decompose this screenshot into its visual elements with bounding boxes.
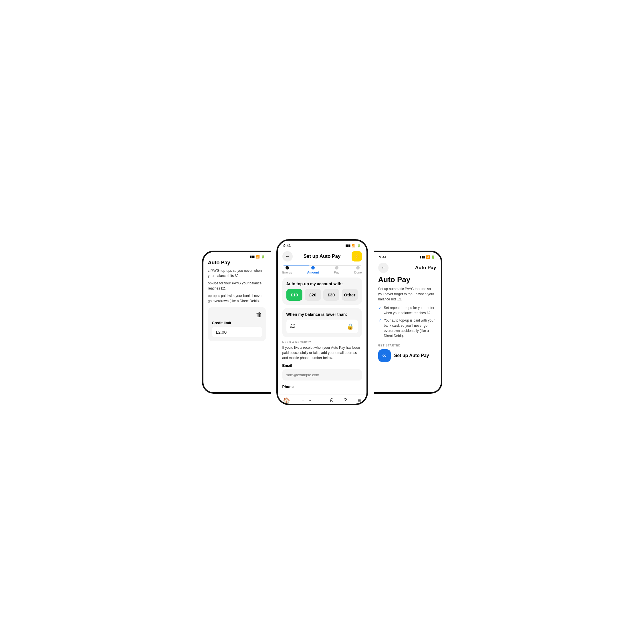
left-desc2: op-ups for your PAYG your balance reache… xyxy=(208,281,266,291)
amount-section-title: Auto top-up my account with: xyxy=(286,282,358,286)
step-done-label: Done xyxy=(354,271,362,274)
right-status-icons: ▮▮▮ 📶 🔋 xyxy=(420,255,435,259)
amount-btn-30[interactable]: £30 xyxy=(323,289,340,301)
center-nav-home-icon[interactable]: 🏠 xyxy=(283,397,290,404)
back-button[interactable]: ← xyxy=(282,251,293,261)
lightning-icon: ⚡ xyxy=(354,253,360,259)
check-text-2: Your auto top-up is paid with your bank … xyxy=(384,318,436,338)
checkmark-icon-1: ✓ xyxy=(378,306,382,310)
phone-field-container: Phone xyxy=(282,385,362,389)
get-started-label: GET STARTED xyxy=(378,341,436,347)
center-signal-icon: ▮▮▮ xyxy=(345,244,350,247)
wifi-icon: 📶 xyxy=(256,255,260,259)
step-amount-label: Amount xyxy=(307,271,319,274)
right-battery-icon: 🔋 xyxy=(431,255,435,259)
center-main-area: Auto top-up my account with: £10 £20 £30… xyxy=(278,275,366,395)
center-header: ← Set up Auto Pay ⚡ xyxy=(278,249,366,264)
left-status-icons: ▮▮▮ 📶 🔋 xyxy=(249,255,265,259)
left-desc3: op-up is paid with your bank ll never go… xyxy=(208,293,266,304)
step-energy-dot xyxy=(286,266,289,270)
balance-input-row: £2 🔒 xyxy=(286,320,358,333)
center-nav-pound-icon[interactable]: £ xyxy=(330,397,333,404)
step-energy: Energy xyxy=(282,266,292,274)
battery-icon: 🔋 xyxy=(261,255,265,259)
center-wifi-icon: 📶 xyxy=(352,244,356,247)
right-status-time: 9:41 xyxy=(379,255,387,259)
left-status-bar: ▮▮▮ 📶 🔋 xyxy=(203,252,271,260)
center-phone: 9:41 ▮▮▮ 📶 🔋 ← Set up Auto Pay ⚡ xyxy=(276,239,368,405)
credit-value: £2.00 xyxy=(212,327,262,337)
right-status-bar: 9:41 ▮▮▮ 📶 🔋 xyxy=(374,252,441,260)
step-energy-label: Energy xyxy=(282,271,292,274)
right-screen-content: Auto Pay Set up automatic PAYG top-ups s… xyxy=(374,275,441,394)
credit-section: 🗑 Credit limit £2.00 xyxy=(208,307,266,341)
balance-section-title: When my balance is lower than: xyxy=(286,312,358,317)
signal-icon: ▮▮▮ xyxy=(249,255,255,259)
center-battery-icon: 🔋 xyxy=(357,244,361,247)
left-phone: ▮▮▮ 📶 🔋 Auto Pay c PAYG top-ups so you n… xyxy=(202,251,271,394)
phone-label: Phone xyxy=(282,385,362,389)
email-input[interactable] xyxy=(282,369,362,381)
back-arrow-icon: ← xyxy=(285,254,290,259)
setup-btn-text: Set up Auto Pay xyxy=(394,353,429,358)
step-amount-dot xyxy=(311,266,315,270)
step-done-dot xyxy=(356,266,360,270)
center-header-title: Set up Auto Pay xyxy=(293,253,352,259)
step-amount: Amount xyxy=(307,266,319,274)
check-item-1: ✓ Set repeat top-ups for your meter when… xyxy=(378,305,436,316)
left-desc1: c PAYG top-ups so you never when your ba… xyxy=(208,268,266,278)
center-status-time: 9:41 xyxy=(284,243,291,248)
checkmark-icon-2: ✓ xyxy=(378,318,382,323)
amount-btn-20[interactable]: £20 xyxy=(305,289,321,301)
step-done: Done xyxy=(354,266,362,274)
receipt-label: NEED A RECEIPT? xyxy=(282,341,362,344)
center-bottom-nav: 🏠 ⚬—⚬—⚬ £ ? ≡ xyxy=(278,395,366,405)
lightning-button[interactable]: ⚡ xyxy=(352,251,362,261)
screens-container: ▮▮▮ 📶 🔋 Auto Pay c PAYG top-ups so you n… xyxy=(165,239,479,405)
credit-limit-label: Credit limit xyxy=(212,321,262,325)
right-wifi-icon: 📶 xyxy=(426,255,430,259)
check-text-1: Set repeat top-ups for your meter when y… xyxy=(384,305,436,316)
right-header: ← Auto Pay xyxy=(374,260,441,275)
center-status-bar: 9:41 ▮▮▮ 📶 🔋 xyxy=(278,241,366,249)
center-nav-activity-icon[interactable]: ⚬—⚬—⚬ xyxy=(301,398,319,403)
center-nav-menu-icon[interactable]: ≡ xyxy=(358,397,361,404)
check-item-2: ✓ Your auto top-up is paid with your ban… xyxy=(378,318,436,338)
amount-btn-other[interactable]: Other xyxy=(342,289,358,301)
balance-value: £2 xyxy=(290,324,296,329)
right-main-desc: Set up automatic PAYG top-ups so you nev… xyxy=(378,286,436,302)
email-label: Email xyxy=(282,363,362,368)
trash-icon[interactable]: 🗑 xyxy=(256,311,262,318)
left-title: Auto Pay xyxy=(208,260,266,266)
amount-options: £10 £20 £30 Other xyxy=(286,289,358,301)
receipt-section: NEED A RECEIPT? If you'd like a receipt … xyxy=(282,341,362,360)
balance-section: When my balance is lower than: £2 🔒 xyxy=(282,308,362,337)
center-status-icons: ▮▮▮ 📶 🔋 xyxy=(345,244,361,247)
email-field-container: Email xyxy=(282,363,362,383)
step-pay-label: Pay xyxy=(334,271,339,274)
progress-steps: Energy Amount Pay Done xyxy=(282,266,362,274)
right-signal-icon: ▮▮▮ xyxy=(420,255,425,259)
lock-icon: 🔒 xyxy=(347,323,354,330)
setup-autopay-button[interactable]: ∞ Set up Auto Pay xyxy=(378,349,436,362)
right-back-arrow-icon: ← xyxy=(381,265,386,270)
receipt-desc: If you'd like a receipt when your Auto P… xyxy=(282,345,362,360)
right-phone: 9:41 ▮▮▮ 📶 🔋 ← Auto Pay Auto Pay Set up … xyxy=(374,251,442,394)
progress-bar: Energy Amount Pay Done xyxy=(278,264,366,275)
right-back-button[interactable]: ← xyxy=(378,263,389,273)
infinity-icon: ∞ xyxy=(378,349,391,362)
amount-btn-10[interactable]: £10 xyxy=(286,289,303,301)
left-screen-content: Auto Pay c PAYG top-ups so you never whe… xyxy=(203,260,271,394)
right-main-title: Auto Pay xyxy=(378,275,436,284)
amount-section: Auto top-up my account with: £10 £20 £30… xyxy=(282,278,362,305)
step-pay: Pay xyxy=(334,266,339,274)
step-pay-dot xyxy=(335,266,338,270)
center-nav-help-icon[interactable]: ? xyxy=(344,397,347,404)
right-header-title: Auto Pay xyxy=(389,265,436,271)
